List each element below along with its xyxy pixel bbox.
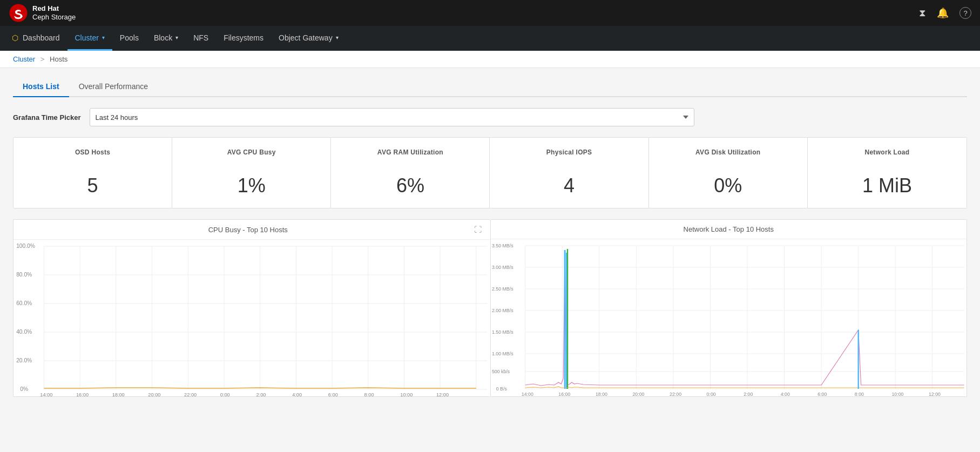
svg-text:16:00: 16:00 <box>558 392 570 396</box>
svg-text:60.0%: 60.0% <box>16 300 32 306</box>
chart-cpu-expand[interactable]: ⛶ <box>474 225 482 234</box>
brand-name-top: Red Hat <box>32 4 76 13</box>
brand: Red Hat Ceph Storage <box>9 3 76 23</box>
page-content: Hosts List Overall Performance Grafana T… <box>0 68 980 451</box>
stat-cards-row: OSD Hosts 5 AVG CPU Busy 1% AVG RAM Util… <box>13 137 967 208</box>
svg-text:6:00: 6:00 <box>817 392 827 396</box>
top-navbar-right: ⧗ 🔔 ? <box>919 7 971 19</box>
svg-text:100.0%: 100.0% <box>16 243 35 249</box>
svg-text:1.00 MB/s: 1.00 MB/s <box>491 351 513 356</box>
dashboard-icon: ⬡ <box>12 33 18 42</box>
chart-cpu-busy: CPU Busy - Top 10 Hosts ⛶ 100.0% 80.0% 6… <box>13 219 490 397</box>
svg-text:8:00: 8:00 <box>364 392 374 396</box>
svg-text:4:00: 4:00 <box>780 392 789 396</box>
nav-pools[interactable]: Pools <box>112 26 146 51</box>
svg-text:6:00: 6:00 <box>328 392 338 396</box>
nav-dashboard[interactable]: ⬡ Dashboard <box>4 26 67 51</box>
stat-card-iops: Physical IOPS 4 <box>490 138 648 208</box>
svg-text:2:00: 2:00 <box>744 392 753 396</box>
cluster-dropdown-arrow: ▾ <box>102 35 105 41</box>
breadcrumb-hosts: Hosts <box>50 55 67 63</box>
svg-text:20:00: 20:00 <box>148 392 160 396</box>
svg-text:40.0%: 40.0% <box>16 329 32 335</box>
svg-text:20:00: 20:00 <box>632 392 644 396</box>
svg-text:2.00 MB/s: 2.00 MB/s <box>491 308 513 313</box>
chart-network-load: Network Load - Top 10 Hosts 3.50 MB/s 3.… <box>490 219 968 397</box>
svg-text:8:00: 8:00 <box>854 392 863 396</box>
chart-cpu-title: CPU Busy - Top 10 Hosts <box>22 226 474 234</box>
svg-text:0 B/s: 0 B/s <box>496 386 507 392</box>
breadcrumb: Cluster > Hosts <box>0 51 980 68</box>
charts-row: CPU Busy - Top 10 Hosts ⛶ 100.0% 80.0% 6… <box>13 219 967 397</box>
stat-value-ram: 6% <box>396 174 424 197</box>
stat-title-cpu-busy: AVG CPU Busy <box>227 149 276 156</box>
svg-rect-1 <box>13 240 490 396</box>
brand-name-bottom: Ceph Storage <box>32 13 76 22</box>
svg-text:2:00: 2:00 <box>256 392 266 396</box>
bell-icon[interactable]: 🔔 <box>937 7 949 19</box>
stat-title-network: Network Load <box>864 149 909 156</box>
svg-text:12:00: 12:00 <box>436 392 449 396</box>
stat-value-cpu-busy: 1% <box>238 174 266 197</box>
stat-card-cpu-busy: AVG CPU Busy 1% <box>172 138 331 208</box>
svg-text:10:00: 10:00 <box>400 392 413 396</box>
breadcrumb-cluster[interactable]: Cluster <box>13 55 35 63</box>
svg-text:22:00: 22:00 <box>670 392 681 396</box>
nav-cluster[interactable]: Cluster ▾ <box>67 26 112 51</box>
stat-value-iops: 4 <box>564 174 575 197</box>
tab-hosts-list[interactable]: Hosts List <box>13 77 69 97</box>
nav-nfs[interactable]: NFS <box>186 26 216 51</box>
svg-text:12:00: 12:00 <box>928 392 940 396</box>
stat-card-disk: AVG Disk Utilization 0% <box>649 138 808 208</box>
time-picker-label: Grafana Time Picker <box>13 113 81 122</box>
object-gateway-dropdown-arrow: ▾ <box>336 35 339 41</box>
stat-value-disk: 0% <box>714 174 742 197</box>
nav-block[interactable]: Block ▾ <box>146 26 186 51</box>
time-picker-row: Grafana Time Picker Last 5 minutes Last … <box>13 108 967 126</box>
stat-card-osd-hosts: OSD Hosts 5 <box>13 138 172 208</box>
svg-text:3.00 MB/s: 3.00 MB/s <box>491 265 513 270</box>
stat-title-disk: AVG Disk Utilization <box>695 149 760 156</box>
svg-text:16:00: 16:00 <box>76 392 89 396</box>
stat-card-network: Network Load 1 MiB <box>808 138 967 208</box>
stat-value-osd-hosts: 5 <box>87 174 98 197</box>
svg-text:0%: 0% <box>20 386 28 392</box>
chart-cpu-svg: 100.0% 80.0% 60.0% 40.0% 20.0% 0% <box>13 240 490 396</box>
chart-network-title: Network Load - Top 10 Hosts <box>499 225 958 233</box>
breadcrumb-sep: > <box>40 55 46 63</box>
chart-network-svg: 3.50 MB/s 3.00 MB/s 2.50 MB/s 2.00 MB/s … <box>491 239 967 396</box>
nav-object-gateway[interactable]: Object Gateway ▾ <box>271 26 346 51</box>
time-picker-select[interactable]: Last 5 minutes Last 15 minutes Last 30 m… <box>90 108 694 126</box>
svg-point-0 <box>10 4 28 22</box>
svg-text:14:00: 14:00 <box>521 392 533 396</box>
stat-title-iops: Physical IOPS <box>546 149 592 156</box>
tabs-bar: Hosts List Overall Performance <box>13 77 967 97</box>
svg-text:14:00: 14:00 <box>40 392 52 396</box>
svg-text:10:00: 10:00 <box>891 392 903 396</box>
svg-text:4:00: 4:00 <box>292 392 302 396</box>
svg-text:80.0%: 80.0% <box>16 272 32 278</box>
main-nav: ⬡ Dashboard Cluster ▾ Pools Block ▾ NFS … <box>0 26 980 51</box>
svg-text:18:00: 18:00 <box>595 392 607 396</box>
svg-text:2.50 MB/s: 2.50 MB/s <box>491 286 513 292</box>
stat-title-osd-hosts: OSD Hosts <box>75 149 110 156</box>
block-dropdown-arrow: ▾ <box>175 35 178 41</box>
question-icon[interactable]: ? <box>959 7 971 19</box>
nav-filesystems[interactable]: Filesystems <box>216 26 271 51</box>
stat-card-ram: AVG RAM Utilization 6% <box>331 138 490 208</box>
hourglass-icon[interactable]: ⧗ <box>919 8 926 19</box>
svg-text:18:00: 18:00 <box>112 392 125 396</box>
svg-text:0:00: 0:00 <box>706 392 715 396</box>
top-navbar: Red Hat Ceph Storage ⧗ 🔔 ? <box>0 0 980 26</box>
chart-cpu-header: CPU Busy - Top 10 Hosts ⛶ <box>13 220 490 240</box>
svg-text:22:00: 22:00 <box>184 392 197 396</box>
stat-title-ram: AVG RAM Utilization <box>377 149 443 156</box>
stat-value-network: 1 MiB <box>862 174 912 197</box>
svg-text:500 kb/s: 500 kb/s <box>491 369 510 374</box>
tab-overall-performance[interactable]: Overall Performance <box>69 77 158 97</box>
svg-text:0:00: 0:00 <box>220 392 230 396</box>
svg-text:20.0%: 20.0% <box>16 357 32 363</box>
chart-cpu-body: 100.0% 80.0% 60.0% 40.0% 20.0% 0% <box>13 240 490 396</box>
svg-text:1.50 MB/s: 1.50 MB/s <box>491 329 513 335</box>
svg-text:3.50 MB/s: 3.50 MB/s <box>491 243 513 248</box>
